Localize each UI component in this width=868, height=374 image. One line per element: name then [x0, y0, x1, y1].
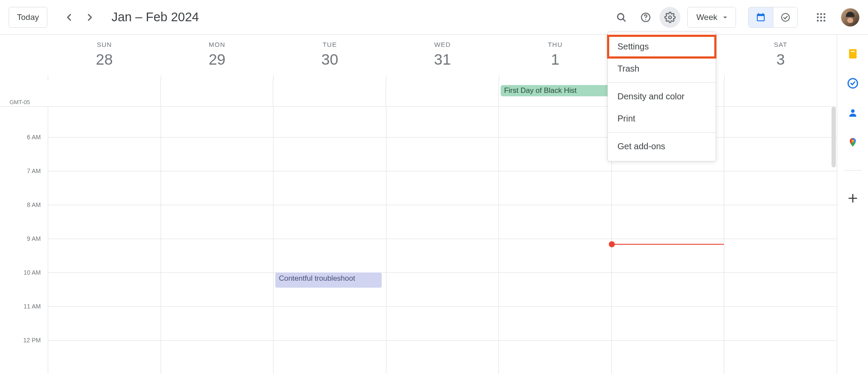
day-header-cell[interactable]: SUN28 [48, 35, 161, 81]
time-gutter-header [0, 35, 48, 81]
svg-rect-16 [851, 51, 855, 52]
allday-event[interactable]: First Day of Black Hist [501, 85, 610, 96]
svg-point-11 [823, 16, 825, 18]
menu-divider [608, 82, 716, 83]
day-column[interactable] [498, 107, 611, 374]
help-icon [640, 12, 651, 23]
day-column[interactable] [386, 107, 499, 374]
caret-down-icon [721, 13, 729, 22]
allday-gutter: GMT-05 [0, 81, 48, 107]
chevron-left-icon [63, 12, 75, 23]
allday-cell[interactable] [48, 81, 160, 106]
search-button[interactable] [611, 7, 632, 28]
allday-cell[interactable] [160, 81, 273, 106]
timezone-label: GMT-05 [10, 99, 30, 105]
settings-menu-item[interactable]: Print [608, 108, 716, 130]
settings-dropdown: SettingsTrashDensity and colorPrintGet a… [607, 32, 716, 161]
side-panel [837, 35, 868, 374]
prev-week-button[interactable] [59, 7, 79, 28]
svg-point-5 [782, 13, 789, 21]
day-column[interactable]: Contentful troubleshoot [273, 107, 386, 374]
svg-point-18 [851, 109, 855, 113]
help-button[interactable] [635, 7, 656, 28]
svg-point-9 [817, 16, 818, 18]
tasks-view-toggle[interactable] [773, 7, 797, 27]
day-header-cell[interactable]: SAT3 [724, 35, 837, 81]
svg-point-10 [820, 16, 822, 18]
day-column[interactable] [48, 107, 161, 374]
time-label: 7 AM [27, 167, 41, 174]
account-avatar[interactable] [841, 8, 859, 26]
allday-cell[interactable]: First Day of Black Hist [498, 81, 611, 106]
now-indicator [612, 244, 724, 245]
allday-cells: First Day of Black Hist [48, 81, 837, 107]
svg-point-13 [820, 20, 822, 21]
nav-arrows [59, 7, 100, 28]
header: Today Jan – Feb 2024 Week [0, 0, 868, 35]
settings-menu-item[interactable]: Trash [608, 58, 716, 80]
day-abbr: MON [209, 41, 225, 48]
calendar-view-toggle[interactable] [749, 7, 773, 27]
time-label: 10 AM [23, 269, 41, 276]
day-number: 3 [776, 51, 785, 68]
day-abbr: SUN [97, 41, 112, 48]
day-header-cell[interactable]: TUE30 [273, 35, 386, 81]
day-header-cell[interactable]: THU1 [498, 35, 611, 81]
plus-icon [847, 193, 858, 204]
time-label: 12 PM [23, 337, 41, 344]
search-icon [616, 12, 627, 23]
settings-menu-item[interactable]: Density and color [608, 85, 716, 108]
date-range-title: Jan – Feb 2024 [112, 10, 199, 24]
svg-point-4 [669, 16, 672, 19]
time-label: 8 AM [27, 201, 41, 208]
time-labels: 6 AM7 AM8 AM9 AM10 AM11 AM12 PM [0, 107, 48, 374]
menu-divider [608, 132, 716, 133]
check-circle-icon [780, 12, 791, 23]
tasks-icon[interactable] [847, 77, 859, 89]
svg-point-19 [851, 140, 854, 142]
svg-rect-15 [849, 49, 856, 59]
contacts-icon[interactable] [847, 107, 859, 119]
apps-grid-icon [815, 12, 827, 23]
allday-cell[interactable] [273, 81, 386, 106]
settings-menu-item[interactable]: Get add-ons [608, 135, 716, 157]
svg-point-7 [820, 13, 822, 15]
maps-icon[interactable] [847, 136, 859, 148]
keep-icon[interactable] [847, 48, 859, 60]
day-column[interactable] [161, 107, 274, 374]
time-label: 9 AM [27, 235, 41, 242]
day-number: 30 [321, 51, 338, 68]
grid-columns[interactable]: Contentful troubleshoot [48, 107, 837, 374]
view-selector[interactable]: Week [687, 7, 736, 28]
chevron-right-icon [84, 12, 96, 23]
calendar-icon [756, 12, 766, 23]
allday-cell[interactable] [386, 81, 498, 106]
day-number: 31 [434, 51, 451, 68]
gear-icon [664, 12, 676, 23]
google-apps-button[interactable] [811, 7, 832, 28]
get-addons-button[interactable] [847, 192, 859, 204]
svg-point-14 [823, 20, 825, 21]
today-button[interactable]: Today [9, 7, 47, 28]
view-mode-toggle [748, 7, 798, 28]
day-column[interactable] [724, 107, 837, 374]
timed-event[interactable]: Contentful troubleshoot [275, 272, 382, 288]
svg-point-12 [817, 20, 818, 21]
settings-button[interactable] [660, 7, 680, 28]
scrollbar[interactable] [831, 107, 837, 374]
day-header-cell[interactable]: MON29 [161, 35, 274, 81]
svg-point-8 [823, 13, 825, 15]
allday-cell[interactable] [724, 81, 837, 106]
svg-point-6 [817, 13, 818, 15]
day-abbr: SAT [774, 41, 787, 48]
now-indicator-dot [609, 241, 615, 247]
day-number: 28 [96, 51, 113, 68]
day-header-cell[interactable]: WED31 [386, 35, 499, 81]
day-number: 29 [208, 51, 225, 68]
scrollbar-thumb[interactable] [832, 107, 836, 167]
view-selector-label: Week [696, 13, 717, 22]
day-header-cells: SUN28MON29TUE30WED31THU1FRI2SAT3 [48, 35, 837, 81]
next-week-button[interactable] [79, 7, 100, 28]
settings-menu-item[interactable]: Settings [608, 36, 716, 58]
day-abbr: THU [548, 41, 563, 48]
